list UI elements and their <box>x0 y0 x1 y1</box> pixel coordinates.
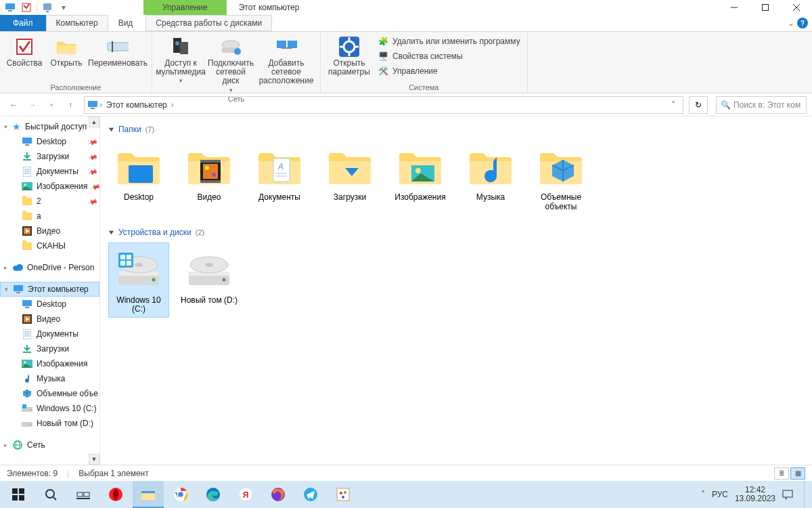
breadcrumb-root[interactable]: Этот компьютер <box>104 100 170 110</box>
view-details-button[interactable]: ≣ <box>774 467 789 480</box>
sidebar-item[interactable]: Загрузки📌 <box>0 149 99 164</box>
sidebar-item[interactable]: Музыка <box>0 371 99 386</box>
ribbon-open-settings-button[interactable]: Открыть параметры <box>325 33 374 77</box>
sidebar-item[interactable]: Desktop📌 <box>0 134 99 149</box>
sidebar-item[interactable]: СКАНЫ <box>0 238 99 253</box>
folder-tile[interactable]: Desktop <box>108 140 169 215</box>
content-pane[interactable]: ▼ Папки (7) Desktop Видео A Документы За… <box>100 117 812 465</box>
sidebar-item[interactable]: Desktop <box>0 297 99 312</box>
folder-tile[interactable]: A Документы <box>249 140 310 215</box>
item-icon <box>22 314 32 324</box>
taskbar-yandex[interactable]: Я <box>230 481 261 508</box>
quick-access-toolbar: ▾ <box>0 0 71 15</box>
ribbon-properties-button[interactable]: Свойства <box>4 33 45 68</box>
taskbar-paint[interactable] <box>328 481 359 508</box>
ribbon-group-system: Открыть параметры 🧩Удалить или изменить … <box>321 32 528 93</box>
nav-up-button[interactable]: ↑ <box>62 97 78 113</box>
ribbon-media-access-button[interactable]: Доступ к мультимедиа▾ <box>156 33 205 85</box>
sidebar-item[interactable]: Windows 10 (C:) <box>0 401 99 416</box>
sidebar-item[interactable]: Новый том (D:) <box>0 416 99 431</box>
tray-language[interactable]: РУС <box>712 490 728 499</box>
address-bar[interactable]: › Этот компьютер › ˅ <box>84 96 683 114</box>
taskbar-chrome[interactable] <box>165 481 196 508</box>
action-center-button[interactable] <box>782 489 793 500</box>
sidebar-network[interactable]: ▸ Сеть <box>0 438 99 452</box>
taskbar-telegram[interactable] <box>295 481 326 508</box>
sidebar-scroll-down[interactable]: ▼ <box>89 454 99 465</box>
group-folders-header[interactable]: ▼ Папки (7) <box>108 125 804 134</box>
drive-tile[interactable]: Windows 10 (C:) <box>108 242 169 318</box>
tab-computer[interactable]: Компьютер <box>46 15 108 31</box>
address-dropdown-button[interactable]: ˅ <box>667 100 680 110</box>
show-desktop-button[interactable] <box>804 481 808 508</box>
sidebar-item[interactable]: Документы <box>0 326 99 341</box>
nav-forward-button[interactable]: → <box>24 97 41 113</box>
taskbar-explorer[interactable] <box>133 481 164 508</box>
sidebar-item[interactable]: Объемные объе <box>0 386 99 401</box>
sidebar-this-pc[interactable]: ▾ Этот компьютер <box>0 282 99 297</box>
sidebar-quick-access[interactable]: ▾★ Быстрый доступ <box>0 119 99 134</box>
search-box[interactable]: 🔍 <box>716 96 807 114</box>
tab-file[interactable]: Файл <box>0 15 46 31</box>
taskbar-opera[interactable] <box>100 481 131 508</box>
qat-undo-button[interactable] <box>40 1 55 14</box>
help-button[interactable]: ? <box>797 18 808 28</box>
sidebar-item[interactable]: a <box>0 209 99 224</box>
sidebar-item[interactable]: Документы📌 <box>0 164 99 179</box>
sidebar-item[interactable]: Изображения <box>0 356 99 371</box>
tray-clock[interactable]: 12:42 13.09.2023 <box>735 486 775 503</box>
taskbar-search-button[interactable] <box>35 481 66 508</box>
contextual-tab-manage[interactable]: Управление <box>143 0 227 15</box>
qat-properties-button[interactable] <box>19 1 34 14</box>
ribbon-collapse-button[interactable]: ⌄ <box>788 18 794 28</box>
folder-tile[interactable]: Видео <box>179 140 240 215</box>
chevron-right-icon[interactable]: › <box>98 100 104 110</box>
taskbar[interactable]: Я ˄ РУС 12:42 13.09.2023 <box>0 481 812 508</box>
sidebar-item[interactable]: Видео <box>0 224 99 238</box>
search-input[interactable] <box>734 100 802 110</box>
start-button[interactable] <box>3 481 34 508</box>
svg-rect-69 <box>129 165 153 183</box>
chevron-right-icon[interactable]: › <box>170 100 175 110</box>
svg-rect-10 <box>763 5 769 11</box>
minimize-button[interactable] <box>719 0 750 15</box>
system-tray[interactable]: ˄ РУС 12:42 13.09.2023 <box>701 481 809 508</box>
tray-overflow-button[interactable]: ˄ <box>701 490 705 499</box>
ribbon-manage-button[interactable]: 🛠️Управление <box>375 64 523 78</box>
ribbon-open-button[interactable]: Открыть <box>46 33 87 68</box>
sidebar-item[interactable]: Изображения📌 <box>0 179 99 194</box>
sidebar-item[interactable]: Видео <box>0 312 99 326</box>
ribbon-uninstall-button[interactable]: 🧩Удалить или изменить программу <box>375 35 523 48</box>
ribbon: Свойства Открыть Переименовать Расположе… <box>0 31 812 93</box>
group-drives-header[interactable]: ▼ Устройства и диски (2) <box>108 228 804 237</box>
tab-disk-tools[interactable]: Средства работы с дисками <box>145 15 272 31</box>
svg-rect-89 <box>12 488 18 494</box>
folder-tile[interactable]: Загрузки <box>319 140 380 215</box>
thispc-icon <box>87 100 98 110</box>
tab-view[interactable]: Вид <box>108 15 143 31</box>
folder-tile[interactable]: Объемные объекты <box>531 140 591 215</box>
network-icon <box>12 440 23 450</box>
ribbon-rename-button[interactable]: Переименовать <box>88 33 148 68</box>
sidebar-item[interactable]: 2📌 <box>0 194 99 209</box>
view-icons-button[interactable]: ▦ <box>790 467 805 480</box>
task-view-button[interactable] <box>68 481 99 508</box>
ribbon-map-drive-button[interactable]: Подключить сетевой диск▾ <box>206 33 255 93</box>
nav-back-button[interactable]: ← <box>5 97 22 113</box>
folder-tile[interactable]: Изображения <box>390 140 451 215</box>
taskbar-firefox[interactable] <box>263 481 294 508</box>
ribbon-sysprops-button[interactable]: 🖥️Свойства системы <box>375 49 523 63</box>
drive-tile[interactable]: Новый том (D:) <box>179 242 240 318</box>
qat-overflow-button[interactable]: ▾ <box>56 1 71 14</box>
taskbar-edge[interactable] <box>198 481 229 508</box>
refresh-button[interactable]: ↻ <box>689 96 708 114</box>
ribbon-add-netloc-button[interactable]: Добавить сетевое расположение <box>256 33 316 86</box>
nav-pane[interactable]: ▲ ▾★ Быстрый доступ Desktop📌Загрузки📌Док… <box>0 117 100 465</box>
folder-tile[interactable]: Музыка <box>460 140 521 215</box>
nav-recent-button[interactable]: ▾ <box>43 97 60 113</box>
maximize-button[interactable] <box>750 0 781 15</box>
sidebar-item[interactable]: Загрузки <box>0 341 99 356</box>
close-button[interactable] <box>781 0 812 15</box>
qat-thispc-icon[interactable] <box>3 1 18 14</box>
sidebar-onedrive[interactable]: ▸ OneDrive - Person <box>0 260 99 275</box>
